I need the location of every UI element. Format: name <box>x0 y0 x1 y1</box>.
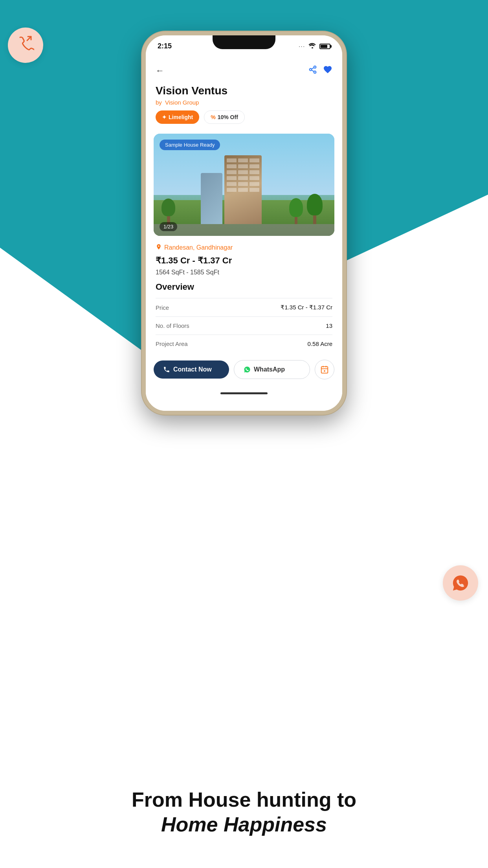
svg-point-0 <box>314 66 316 68</box>
contact-now-button[interactable]: Contact Now <box>154 360 229 379</box>
tree-right-2 <box>289 198 303 224</box>
overview-row-price: Price ₹1.35 Cr - ₹1.37 Cr <box>156 298 332 316</box>
phone-screen: ← Vision Ve <box>146 57 342 411</box>
tree-left <box>161 199 175 224</box>
page: 2:15 ··· ← <box>0 0 488 868</box>
nav-actions <box>308 65 332 77</box>
overview-label-area: Project Area <box>156 340 188 347</box>
property-by: by Vision Group <box>156 99 332 106</box>
location-text: Randesan, Gandhinagar <box>164 244 233 251</box>
float-whatsapp-button[interactable] <box>443 565 478 601</box>
nav-bar: ← <box>146 57 342 83</box>
calendar-button[interactable] <box>315 360 334 379</box>
overview-label-floors: No. of Floors <box>156 322 189 329</box>
svg-rect-3 <box>321 367 328 373</box>
whatsapp-label: WhatsApp <box>254 366 285 373</box>
heart-icon[interactable] <box>323 65 332 77</box>
tagline-line2: Home Happiness <box>0 812 488 837</box>
image-counter: 1/23 <box>160 222 177 231</box>
calendar-icon <box>320 365 329 374</box>
discount-icon: % <box>211 114 215 120</box>
developer-name[interactable]: Vision Group <box>165 99 199 106</box>
building-main <box>224 155 262 224</box>
sample-house-badge: Sample House Ready <box>160 140 220 150</box>
overview-row-floors: No. of Floors 13 <box>156 316 332 335</box>
tagline-line1: From House hunting to <box>0 787 488 812</box>
wifi-icon <box>308 43 316 50</box>
back-button[interactable]: ← <box>156 66 164 76</box>
badge-limelight: ✦ Limelight <box>156 110 199 124</box>
phone-notch <box>213 35 275 49</box>
float-wa-icon <box>451 574 470 592</box>
home-indicator <box>146 386 342 400</box>
whatsapp-button[interactable]: WhatsApp <box>234 360 310 379</box>
bottom-actions: Contact Now WhatsApp <box>146 353 342 386</box>
whatsapp-icon <box>244 366 251 373</box>
phone-icon <box>163 366 170 373</box>
share-icon[interactable] <box>308 65 317 76</box>
home-bar <box>220 392 268 394</box>
status-icons: ··· <box>299 43 330 50</box>
overview-value-area: 0.58 Acre <box>308 340 332 347</box>
property-title: Vision Ventus <box>156 85 332 97</box>
phone-mockup: 2:15 ··· ← <box>142 31 346 415</box>
overview-row-area: Project Area 0.58 Acre <box>156 335 332 353</box>
size-range: 1564 SqFt - 1585 SqFt <box>146 268 342 282</box>
tagline-section: From House hunting to Home Happiness <box>0 787 488 837</box>
building-secondary <box>201 173 222 224</box>
price-range: ₹1.35 Cr - ₹1.37 Cr <box>146 254 342 268</box>
property-image-container[interactable]: Sample House Ready 1/23 <box>154 134 334 236</box>
float-call-button[interactable] <box>8 28 43 63</box>
property-header: Vision Ventus by Vision Group ✦ Limeligh… <box>146 83 342 130</box>
tree-right <box>307 194 323 224</box>
overview-value-price: ₹1.35 Cr - ₹1.37 Cr <box>281 304 332 311</box>
overview-title: Overview <box>156 282 332 292</box>
location-pin-icon <box>156 244 162 252</box>
limelight-icon: ✦ <box>162 114 167 120</box>
call-icon <box>17 35 34 56</box>
signal-icon: ··· <box>299 43 305 49</box>
location-row: Randesan, Gandhinagar <box>146 242 342 254</box>
contact-now-label: Contact Now <box>173 366 212 373</box>
battery-icon <box>319 44 330 49</box>
overview-section: Overview Price ₹1.35 Cr - ₹1.37 Cr No. o… <box>146 282 342 353</box>
overview-value-floors: 13 <box>326 322 332 329</box>
status-bar: 2:15 ··· <box>146 35 342 57</box>
svg-point-1 <box>310 68 312 71</box>
badge-discount: % 10% Off <box>204 110 245 124</box>
overview-label-price: Price <box>156 304 169 311</box>
svg-point-2 <box>314 71 316 74</box>
badges: ✦ Limelight % 10% Off <box>156 110 332 124</box>
svg-point-4 <box>324 371 325 371</box>
status-time: 2:15 <box>158 42 172 50</box>
